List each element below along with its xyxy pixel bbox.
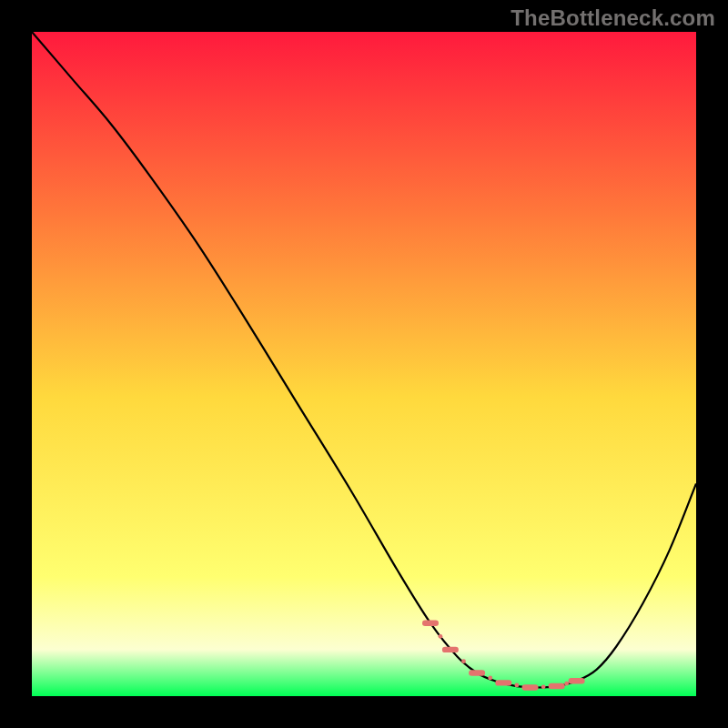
- chart-container: TheBottleneck.com: [0, 0, 728, 728]
- valley-marker: [422, 621, 439, 626]
- valley-marker: [469, 670, 485, 675]
- valley-marker-dot: [461, 659, 466, 663]
- valley-marker-dot: [439, 634, 443, 639]
- valley-marker: [569, 678, 585, 683]
- valley-marker: [549, 683, 565, 689]
- valley-marker-dot: [541, 684, 546, 689]
- valley-marker: [442, 647, 459, 652]
- plot-area: [32, 32, 696, 696]
- valley-marker-dot: [564, 682, 569, 686]
- valley-marker-dot: [488, 676, 492, 681]
- chart-svg: [32, 32, 696, 696]
- gradient-background: [32, 32, 696, 696]
- valley-marker-dot: [515, 683, 520, 688]
- valley-marker: [522, 684, 539, 690]
- watermark-text: TheBottleneck.com: [511, 5, 715, 31]
- valley-marker: [495, 680, 511, 685]
